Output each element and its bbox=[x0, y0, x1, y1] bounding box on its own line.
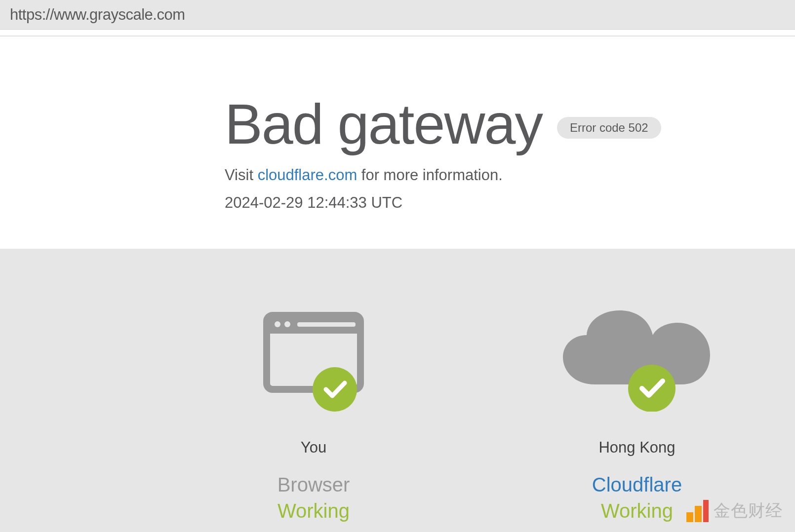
cloudflare-status-item: Hong Kong Cloudflare Working bbox=[553, 308, 721, 532]
svg-point-6 bbox=[313, 367, 357, 412]
browser-icon-container bbox=[262, 308, 365, 412]
svg-point-4 bbox=[284, 321, 290, 327]
browser-state: Working bbox=[278, 500, 350, 522]
svg-rect-8 bbox=[686, 512, 693, 522]
cloudflare-label: Hong Kong bbox=[598, 439, 675, 456]
browser-label: You bbox=[301, 439, 326, 456]
cloudflare-link[interactable]: cloudflare.com bbox=[258, 166, 358, 184]
timestamp: 2024-02-29 12:44:33 UTC bbox=[225, 194, 795, 212]
svg-point-3 bbox=[275, 321, 280, 327]
cloudflare-type[interactable]: Cloudflare bbox=[592, 474, 682, 496]
cloudflare-state: Working bbox=[601, 500, 673, 522]
browser-status-item: You Browser Working bbox=[262, 308, 365, 532]
url-text: https://www.grayscale.com bbox=[10, 6, 185, 24]
error-header: Bad gateway Error code 502 bbox=[225, 96, 795, 152]
watermark-text: 金色财经 bbox=[714, 499, 783, 522]
browser-window-icon bbox=[262, 308, 365, 412]
error-content: Bad gateway Error code 502 Visit cloudfl… bbox=[0, 37, 795, 249]
error-code-badge: Error code 502 bbox=[557, 117, 661, 139]
svg-point-7 bbox=[628, 365, 676, 412]
visit-prefix: Visit bbox=[225, 166, 258, 184]
svg-rect-2 bbox=[267, 327, 360, 334]
cloud-icon-container bbox=[553, 308, 721, 412]
status-section: You Browser Working Hong Kong Cloudflare… bbox=[0, 249, 795, 532]
cloud-icon bbox=[553, 308, 721, 412]
visit-suffix: for more information. bbox=[357, 166, 503, 184]
error-title: Bad gateway bbox=[225, 96, 542, 152]
info-line: Visit cloudflare.com for more informatio… bbox=[225, 166, 795, 184]
watermark-logo-icon bbox=[686, 500, 709, 522]
svg-rect-10 bbox=[703, 500, 709, 522]
browser-type: Browser bbox=[278, 474, 350, 496]
url-bar[interactable]: https://www.grayscale.com bbox=[0, 0, 795, 30]
svg-rect-5 bbox=[297, 322, 356, 327]
watermark: 金色财经 bbox=[686, 499, 783, 522]
svg-rect-9 bbox=[695, 506, 702, 522]
